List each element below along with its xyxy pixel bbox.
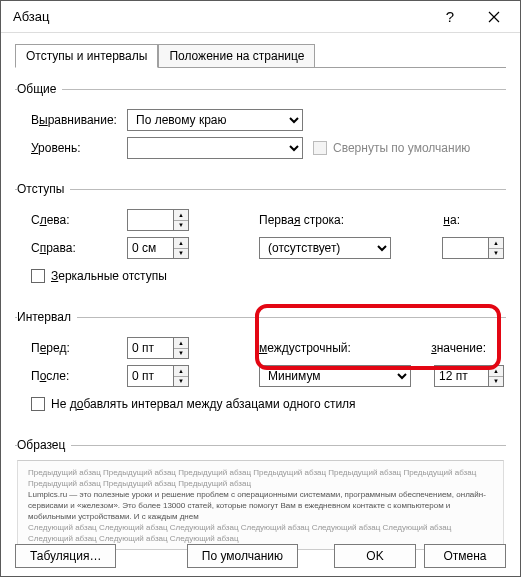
line-spacing-label: междустрочный:	[259, 341, 379, 355]
tabs-button[interactable]: Табуляция…	[15, 544, 116, 568]
alignment-select[interactable]: По левому краю	[127, 109, 303, 131]
checkbox-icon	[31, 269, 45, 283]
spin-down-icon[interactable]: ▼	[174, 249, 188, 259]
spin-down-icon[interactable]: ▼	[489, 249, 503, 259]
indent-left-input[interactable]	[127, 209, 173, 231]
preview-body-text: Lumpics.ru — это полезные уроки и решени…	[28, 489, 493, 522]
spacing-at-spinner[interactable]: ▲▼	[434, 365, 504, 387]
indent-by-input[interactable]	[442, 237, 488, 259]
group-indents: Отступы Слева: ▲▼ Первая строка: на: Спр…	[15, 182, 506, 296]
group-preview-title: Образец	[17, 438, 71, 452]
preview-next-text: Следующий абзац Следующий абзац Следующи…	[28, 522, 493, 544]
group-general-title: Общие	[17, 82, 62, 96]
indent-left-label: Слева:	[17, 213, 127, 227]
cancel-button[interactable]: Отмена	[424, 544, 506, 568]
space-after-label: После:	[17, 369, 127, 383]
close-button[interactable]	[472, 2, 516, 32]
space-after-input[interactable]	[127, 365, 173, 387]
space-after-spinner[interactable]: ▲▼	[127, 365, 189, 387]
alignment-label: Выравнивание:	[17, 113, 127, 127]
collapse-checkbox: Свернуты по умолчанию	[313, 141, 470, 155]
level-label: Уровень:	[17, 141, 127, 155]
spacing-at-input[interactable]	[434, 365, 488, 387]
group-general: Общие Выравнивание: По левому краю Урове…	[15, 82, 506, 168]
indent-by-label: на:	[443, 213, 460, 227]
group-spacing-title: Интервал	[17, 310, 77, 324]
checkbox-icon	[31, 397, 45, 411]
no-space-same-style-checkbox[interactable]: Не добавлять интервал между абзацами одн…	[17, 397, 356, 411]
spin-up-icon[interactable]: ▲	[489, 366, 503, 377]
spin-up-icon[interactable]: ▲	[174, 338, 188, 349]
set-default-button[interactable]: По умолчанию	[187, 544, 298, 568]
preview-box: Предыдущий абзац Предыдущий абзац Предыд…	[17, 460, 504, 550]
spin-down-icon[interactable]: ▼	[489, 377, 503, 387]
titlebar: Абзац ?	[1, 1, 520, 33]
indent-right-spinner[interactable]: ▲▼	[127, 237, 189, 259]
line-spacing-select[interactable]: Минимум	[259, 365, 411, 387]
help-button[interactable]: ?	[428, 2, 472, 32]
group-indents-title: Отступы	[17, 182, 70, 196]
preview-prev-text: Предыдущий абзац Предыдущий абзац Предыд…	[28, 467, 493, 489]
footer: Табуляция… По умолчанию OK Отмена	[15, 544, 506, 568]
spin-up-icon[interactable]: ▲	[489, 238, 503, 249]
spin-down-icon[interactable]: ▼	[174, 221, 188, 231]
spin-up-icon[interactable]: ▲	[174, 366, 188, 377]
spin-down-icon[interactable]: ▼	[174, 349, 188, 359]
spacing-at-label: значение:	[431, 341, 486, 355]
space-before-spinner[interactable]: ▲▼	[127, 337, 189, 359]
ok-button[interactable]: OK	[334, 544, 416, 568]
group-spacing: Интервал Перед: ▲▼ междустрочный: значен…	[15, 310, 506, 424]
indent-right-input[interactable]	[127, 237, 173, 259]
space-before-input[interactable]	[127, 337, 173, 359]
spin-up-icon[interactable]: ▲	[174, 210, 188, 221]
space-before-label: Перед:	[17, 341, 127, 355]
tab-strip: Отступы и интервалы Положение на страниц…	[15, 43, 506, 68]
spin-down-icon[interactable]: ▼	[174, 377, 188, 387]
spin-up-icon[interactable]: ▲	[174, 238, 188, 249]
first-line-label: Первая строка:	[259, 213, 379, 227]
close-icon	[488, 11, 500, 23]
tab-page-position[interactable]: Положение на странице	[158, 44, 315, 68]
checkbox-icon	[313, 141, 327, 155]
indent-by-spinner[interactable]: ▲▼	[442, 237, 504, 259]
level-select[interactable]	[127, 137, 303, 159]
indent-right-label: Справа:	[17, 241, 127, 255]
mirror-indents-checkbox[interactable]: Зеркальные отступы	[17, 269, 167, 283]
window-title: Абзац	[13, 9, 428, 24]
first-line-select[interactable]: (отсутствует)	[259, 237, 391, 259]
tab-indents-spacing[interactable]: Отступы и интервалы	[15, 44, 158, 68]
group-preview: Образец Предыдущий абзац Предыдущий абза…	[15, 438, 506, 554]
indent-left-spinner[interactable]: ▲▼	[127, 209, 189, 231]
